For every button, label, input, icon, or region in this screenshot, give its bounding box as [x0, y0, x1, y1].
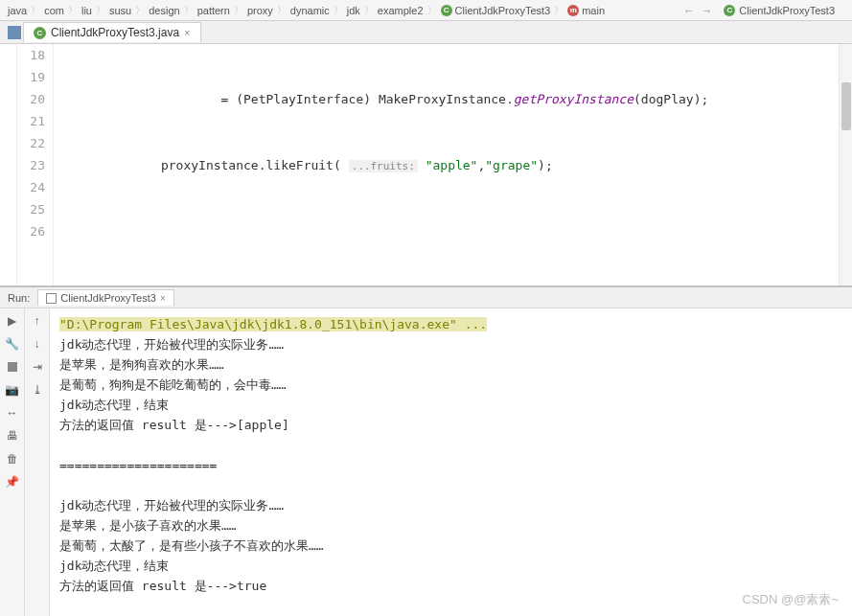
run-tab[interactable]: ClientJdkProxyTest3 ×	[37, 289, 174, 306]
nav-file[interactable]: C ClientJdkProxyTest3	[718, 5, 840, 16]
console-line: 方法的返回值 result 是--->[apple]	[59, 415, 842, 435]
console-output[interactable]: "D:\Program Files\Java\jdk\jdk1.8.0_151\…	[50, 308, 852, 616]
breadcrumb-bar: java〉 com〉 liu〉 susu〉 design〉 pattern〉 p…	[0, 0, 852, 21]
watermark: CSDN @@素素~	[743, 591, 839, 608]
console-line: "D:\Program Files\Java\jdk\jdk1.8.0_151\…	[59, 314, 842, 334]
console-line	[59, 475, 842, 495]
run-toolbar-left: ▶ 🔧 📷 ↔ 🖶 🗑 📌	[0, 308, 25, 616]
code-line: proxyInstance.likeFruit( ...fruits: "app…	[71, 154, 839, 176]
crumb[interactable]: liu	[78, 5, 96, 16]
console-line: jdk动态代理，开始被代理的实际业务……	[59, 495, 842, 515]
nav-back-icon[interactable]: ←	[681, 5, 696, 16]
crumb-method[interactable]: mmain	[564, 5, 609, 16]
console-line: jdk动态代理，结束	[59, 556, 842, 576]
run-config-icon	[46, 293, 57, 304]
console-line: 是苹果，是小孩子喜欢的水果……	[59, 515, 842, 536]
crumb[interactable]: design	[145, 5, 183, 16]
line-number: 25	[17, 198, 45, 220]
console-line: 是葡萄，太酸了，是有些小孩子不喜欢的水果……	[59, 536, 842, 556]
chevron-right-icon: 〉	[96, 4, 105, 17]
chevron-right-icon: 〉	[427, 4, 437, 17]
up-icon[interactable]: ↑	[29, 312, 46, 330]
line-number: 18	[17, 44, 45, 66]
crumb[interactable]: susu	[105, 5, 135, 16]
scroll-thumb[interactable]	[841, 82, 851, 130]
crumb[interactable]: java	[4, 5, 31, 16]
crumb[interactable]: example2	[374, 5, 427, 16]
run-header: Run: ClientJdkProxyTest3 ×	[0, 287, 852, 308]
console-line: jdk动态代理，开始被代理的实际业务……	[59, 334, 842, 354]
run-panel: Run: ClientJdkProxyTest3 × ▶ 🔧 📷 ↔ 🖶 🗑 📌…	[0, 285, 852, 616]
console-line: =====================	[59, 455, 842, 475]
settings-icon[interactable]: 🔧	[4, 335, 21, 353]
chevron-right-icon: 〉	[234, 4, 243, 17]
code-editor[interactable]: 18 19 20 21 22 23 24 25 26 = (PetPlayInt…	[0, 44, 852, 285]
chevron-right-icon: 〉	[554, 4, 564, 17]
chevron-right-icon: 〉	[334, 4, 343, 17]
crumb[interactable]: jdk	[343, 5, 364, 16]
run-title: Run:	[0, 292, 37, 304]
run-body: ▶ 🔧 📷 ↔ 🖶 🗑 📌 ↑ ↓ ⇥ ⤓ "D:\Program Files\…	[0, 308, 852, 616]
nav-forward-icon[interactable]: →	[700, 5, 714, 16]
layout-icon[interactable]: ↔	[4, 404, 21, 422]
code-line	[71, 220, 839, 242]
chevron-right-icon: 〉	[184, 4, 194, 17]
down-icon[interactable]: ↓	[29, 335, 46, 353]
hint-column	[54, 44, 71, 285]
console-line: 方法的返回值 result 是--->true	[59, 576, 842, 596]
chevron-right-icon: 〉	[68, 4, 78, 17]
method-icon: m	[567, 5, 579, 16]
code-line: = (PetPlayInterface) MakeProxyInstance.g…	[71, 88, 839, 110]
editor-tabs: C ClientJdkProxyTest3.java ×	[0, 21, 852, 44]
crumb[interactable]: proxy	[243, 5, 277, 16]
line-number: 19	[17, 66, 45, 88]
crumb-class[interactable]: CClientJdkProxyTest3	[437, 5, 555, 16]
trash-icon[interactable]: 🗑	[4, 450, 21, 468]
class-icon: C	[34, 27, 46, 39]
close-icon[interactable]: ×	[160, 293, 166, 304]
crumb-label: ClientJdkProxyTest3	[455, 5, 551, 16]
console-line: 是苹果，是狗狗喜欢的水果……	[59, 354, 842, 375]
crumb[interactable]: dynamic	[287, 5, 334, 16]
editor-tab[interactable]: C ClientJdkProxyTest3.java ×	[23, 22, 201, 42]
crumb[interactable]: pattern	[194, 5, 234, 16]
line-number: 22	[17, 132, 45, 154]
close-icon[interactable]: ×	[184, 27, 190, 38]
gutter-marks	[0, 44, 17, 285]
nav-file-label: ClientJdkProxyTest3	[739, 5, 835, 16]
wrap-icon[interactable]: ⇥	[29, 358, 46, 376]
crumb-label: main	[582, 5, 605, 16]
vertical-scrollbar[interactable]	[839, 44, 852, 285]
line-number: 24	[17, 176, 45, 198]
chevron-right-icon: 〉	[31, 4, 40, 17]
console-line: jdk动态代理，结束	[59, 395, 842, 415]
tab-label: ClientJdkProxyTest3.java	[51, 26, 179, 39]
project-icon[interactable]	[8, 26, 21, 39]
stop-icon[interactable]	[4, 358, 21, 376]
class-icon: C	[441, 5, 452, 16]
line-number: 26	[17, 220, 45, 242]
line-number: 23	[17, 154, 45, 176]
code-area[interactable]: = (PetPlayInterface) MakeProxyInstance.g…	[71, 44, 839, 285]
line-number: 21	[17, 110, 45, 132]
print-icon[interactable]: 🖶	[4, 427, 21, 445]
crumb[interactable]: com	[40, 5, 68, 16]
chevron-right-icon: 〉	[364, 4, 374, 17]
console-line: 是葡萄，狗狗是不能吃葡萄的，会中毒……	[59, 375, 842, 395]
camera-icon[interactable]: 📷	[4, 381, 21, 399]
run-toolbar-inner: ↑ ↓ ⇥ ⤓	[25, 308, 50, 616]
line-numbers: 18 19 20 21 22 23 24 25 26	[17, 44, 54, 285]
chevron-right-icon: 〉	[135, 4, 145, 17]
scroll-icon[interactable]: ⤓	[29, 381, 46, 399]
nav-right: ← → C ClientJdkProxyTest3	[681, 5, 848, 16]
chevron-right-icon: 〉	[277, 4, 287, 17]
line-number: 20	[17, 88, 45, 110]
console-line	[59, 435, 842, 455]
run-tab-label: ClientJdkProxyTest3	[60, 292, 156, 304]
class-icon: C	[724, 5, 735, 16]
pin-icon[interactable]: 📌	[4, 473, 21, 491]
rerun-icon[interactable]: ▶	[4, 312, 21, 330]
